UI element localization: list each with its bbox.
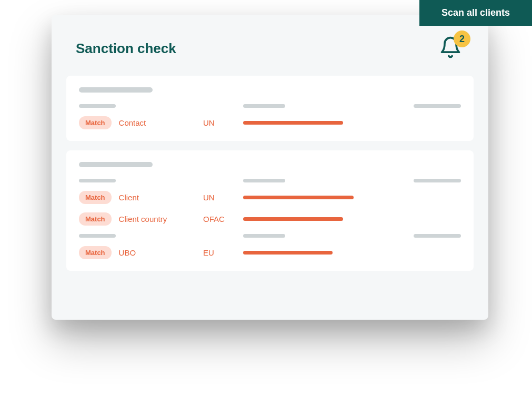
skeleton-row <box>79 104 461 108</box>
match-badge: Match <box>79 212 112 226</box>
skeleton-line <box>414 234 461 238</box>
match-bar <box>243 217 343 221</box>
match-row: Match Client UN <box>79 191 461 204</box>
match-row: Match UBO EU <box>79 246 461 259</box>
match-type-label: Client <box>119 193 139 202</box>
match-source-label: EU <box>203 248 235 257</box>
skeleton-line <box>79 234 116 238</box>
match-badge: Match <box>79 246 112 259</box>
match-type-label: UBO <box>119 248 136 257</box>
match-source-label: OFAC <box>203 215 235 223</box>
match-source-label: UN <box>203 118 235 127</box>
skeleton-line <box>243 179 285 182</box>
panel-header: Sanction check 2 <box>66 36 474 61</box>
notifications-button[interactable]: 2 <box>439 36 464 61</box>
page-title: Sanction check <box>76 40 176 57</box>
notification-badge: 2 <box>454 30 470 47</box>
skeleton-line <box>243 234 285 238</box>
result-card[interactable]: Match Contact UN <box>66 76 474 141</box>
match-row: Match Client country OFAC <box>79 212 461 226</box>
match-source-label: UN <box>203 193 235 202</box>
skeleton-row <box>79 179 461 182</box>
sanction-check-panel: Sanction check 2 Match Contact UN <box>52 15 488 320</box>
skeleton-line <box>243 104 285 108</box>
skeleton-row <box>79 234 461 238</box>
skeleton-line <box>79 104 116 108</box>
match-type-label: Client country <box>119 215 167 223</box>
skeleton-line <box>414 179 461 182</box>
skeleton-line <box>79 179 116 182</box>
result-card[interactable]: Match Client UN Match Client country OFA… <box>66 150 474 271</box>
skeleton-line <box>414 104 461 108</box>
scan-all-clients-button[interactable]: Scan all clients <box>419 0 532 26</box>
match-type-label: Contact <box>119 118 146 127</box>
match-bar <box>243 121 343 125</box>
skeleton-line <box>79 87 153 93</box>
match-bar <box>243 196 354 199</box>
match-badge: Match <box>79 191 112 204</box>
skeleton-line <box>79 162 153 167</box>
match-bar <box>243 251 333 255</box>
match-row: Match Contact UN <box>79 116 461 129</box>
match-badge: Match <box>79 116 112 129</box>
